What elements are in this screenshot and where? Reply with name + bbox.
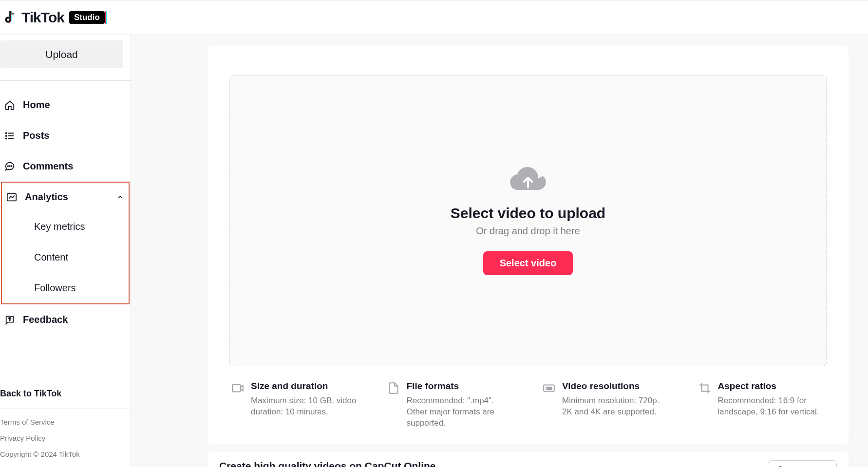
brand-logo[interactable]: TikTok Studio <box>3 9 105 26</box>
cloud-upload-icon <box>510 167 546 195</box>
svg-text:720: 720 <box>546 386 552 391</box>
try-now-button[interactable]: Try now <box>768 460 837 467</box>
crop-icon <box>698 382 711 429</box>
upload-button[interactable]: Upload <box>0 40 123 68</box>
tiktok-note-icon <box>3 10 17 25</box>
spec-desc: Recommended: ".mp4". Other major formats… <box>407 395 514 429</box>
spec-title: Size and duration <box>251 381 358 392</box>
chevron-up-icon <box>116 193 124 201</box>
sidebar-item-label: Analytics <box>25 191 68 203</box>
spec-resolutions: 720 Video resolutions Minimum resolution… <box>543 381 669 429</box>
sidebar-item-label: Feedback <box>23 314 68 325</box>
privacy-link[interactable]: Privacy Policy <box>0 430 131 446</box>
spec-title: File formats <box>407 381 514 392</box>
main-content: Select video to upload Or drag and drop … <box>131 35 868 467</box>
analytics-icon <box>6 192 17 203</box>
studio-badge: Studio <box>69 11 105 24</box>
svg-text:?: ? <box>8 316 11 321</box>
svg-point-3 <box>6 132 7 133</box>
video-icon <box>231 382 244 429</box>
header: TikTok Studio <box>0 0 868 35</box>
spec-file-formats: File formats Recommended: ".mp4". Other … <box>387 381 514 429</box>
sidebar-item-comments[interactable]: Comments <box>0 151 131 182</box>
sidebar-item-posts[interactable]: Posts <box>0 120 131 151</box>
sidebar: Upload Home Posts Comments <box>0 35 131 467</box>
sidebar-item-analytics[interactable]: Analytics <box>2 183 129 211</box>
svg-point-8 <box>11 166 12 167</box>
select-video-button[interactable]: Select video <box>483 251 573 275</box>
comment-icon <box>4 161 15 172</box>
spec-title: Aspect ratios <box>718 381 825 392</box>
feedback-icon: ? <box>4 315 15 325</box>
capcut-card: Create high quality videos on CapCut Onl… <box>208 452 849 467</box>
sidebar-item-home[interactable]: Home <box>0 90 131 120</box>
terms-link[interactable]: Terms of Service <box>0 414 131 430</box>
spec-size-duration: Size and duration Maximum size: 10 GB, v… <box>231 381 358 429</box>
sidebar-subitem-content[interactable]: Content <box>2 242 129 273</box>
dropzone-title: Select video to upload <box>451 205 605 222</box>
svg-point-7 <box>9 166 10 167</box>
svg-point-5 <box>6 138 7 139</box>
sidebar-item-label: Home <box>23 99 50 111</box>
sidebar-subitem-key-metrics[interactable]: Key metrics <box>2 211 129 242</box>
capcut-title: Create high quality videos on CapCut Onl… <box>219 460 549 467</box>
sidebar-subitem-followers[interactable]: Followers <box>2 273 129 303</box>
home-icon <box>4 100 15 111</box>
brand-text: TikTok <box>21 9 64 26</box>
spec-desc: Minimum resolution: 720p. 2K and 4K are … <box>562 395 669 418</box>
analytics-section-highlighted: Analytics Key metrics Content Followers <box>1 182 130 304</box>
svg-point-4 <box>6 135 7 136</box>
back-to-tiktok-link[interactable]: Back to TikTok <box>0 384 131 404</box>
sidebar-item-label: Comments <box>23 161 73 172</box>
list-icon <box>4 131 15 141</box>
resolution-icon: 720 <box>543 382 555 429</box>
svg-rect-11 <box>232 384 240 392</box>
dropzone-subtitle: Or drag and drop it here <box>476 225 580 237</box>
svg-point-6 <box>7 166 8 167</box>
upload-card: Select video to upload Or drag and drop … <box>208 46 849 444</box>
upload-dropzone[interactable]: Select video to upload Or drag and drop … <box>229 75 827 366</box>
upload-specs: Size and duration Maximum size: 10 GB, v… <box>229 381 827 429</box>
copyright-text: Copyright © 2024 TikTok <box>0 446 131 462</box>
spec-desc: Maximum size: 10 GB, video duration: 10 … <box>251 395 358 418</box>
sidebar-item-label: Posts <box>23 130 49 141</box>
spec-aspect-ratios: Aspect ratios Recommended: 16:9 for land… <box>698 381 825 429</box>
spec-title: Video resolutions <box>562 381 669 392</box>
file-icon <box>387 382 400 429</box>
sidebar-item-feedback[interactable]: ? Feedback <box>0 304 131 335</box>
spec-desc: Recommended: 16:9 for landscape, 9:16 fo… <box>718 395 825 418</box>
